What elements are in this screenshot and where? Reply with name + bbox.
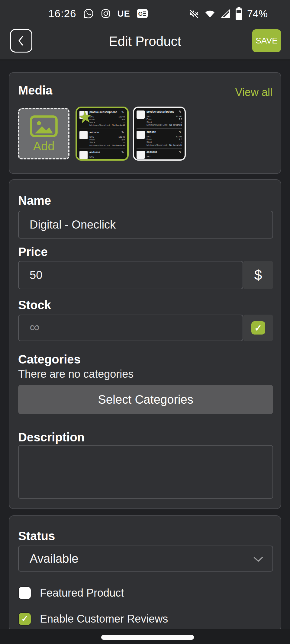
status-bar: 16:26 UE G <box>0 0 290 27</box>
enable-reviews-checkbox[interactable]: ✓ <box>19 613 31 625</box>
checkbox-checked: ✓ <box>251 321 265 335</box>
thumb-field: Minimum Stock LimitNo threshold <box>89 124 125 127</box>
thumb-field: SKU <box>147 155 182 158</box>
thumb-field: Stock-- <box>89 121 125 124</box>
status-bar-left: 16:26 UE G <box>48 0 148 27</box>
status-select[interactable]: Available <box>18 546 273 572</box>
edit-product-screen: 16:26 UE G <box>0 0 290 644</box>
status-bar-right: 74% <box>188 0 268 27</box>
thumb-image-placeholder <box>79 131 88 139</box>
select-categories-button[interactable]: Select Categories <box>18 385 273 414</box>
thumb-field: Minimum Stock LimitNo threshold <box>147 144 182 146</box>
save-button[interactable]: SAVE <box>252 29 281 52</box>
battery-icon <box>236 7 242 20</box>
top-bar: 16:26 UE G <box>0 0 290 60</box>
pencil-icon: ✎ <box>121 111 124 114</box>
pencil-icon: ✎ <box>179 130 182 134</box>
enable-reviews-label: Enable Customer Reviews <box>40 613 168 625</box>
thumb-field: Minimum Stock LimitNo threshold <box>147 123 182 126</box>
price-input[interactable] <box>18 261 243 289</box>
media-thumb-product-row: subscri✎SKU12345Price$ 0Stock--Minimum S… <box>137 130 182 147</box>
currency-button[interactable]: $ <box>243 261 273 289</box>
thumb-image-placeholder <box>137 131 145 139</box>
thumb-image-placeholder <box>137 151 145 159</box>
home-indicator[interactable] <box>101 635 194 640</box>
pencil-icon: ✎ <box>179 150 182 154</box>
thumb-field: Price$ 0 <box>147 118 182 120</box>
stock-label: Stock <box>18 298 51 312</box>
enable-reviews-row: ✓ Enable Customer Reviews <box>19 613 168 625</box>
clock: 16:26 <box>48 8 76 20</box>
carrier-label: UE <box>118 9 130 19</box>
status-selected-value: Available <box>30 552 79 566</box>
featured-product-row: ✓ Featured Product <box>19 587 124 599</box>
description-label: Description <box>18 431 85 444</box>
page-title: Edit Product <box>0 34 290 49</box>
dollar-icon: $ <box>254 267 262 283</box>
thumb-field: SKU <box>89 155 125 158</box>
categories-empty-text: There are no categories <box>18 368 134 380</box>
pencil-icon: ✎ <box>179 110 182 114</box>
thumb-field: Stock-- <box>89 141 125 144</box>
add-media-label: Add <box>33 139 54 153</box>
description-textarea[interactable] <box>18 445 273 499</box>
thumb-field: SKU12345 <box>89 136 125 138</box>
media-thumb-product-row: produc subscriptions✎SKU12345Price$ 0Sto… <box>137 110 182 127</box>
media-card: Media View all Add produc subscriptions✎… <box>9 72 281 174</box>
name-label: Name <box>18 194 51 207</box>
news-icon: G <box>137 9 148 18</box>
media-thumb-product-row: asdsass✎SKU <box>137 150 182 158</box>
bottom-nav-strip <box>0 629 290 644</box>
media-thumbnail[interactable]: produc subscriptions✎SKU12345Price$ 0Sto… <box>133 107 186 161</box>
stock-input[interactable] <box>18 315 243 341</box>
pencil-icon: ✎ <box>121 131 124 134</box>
thumb-field: SKU12345 <box>147 135 182 138</box>
thumb-field: SKU12345 <box>147 115 182 118</box>
thumb-field: Price$ 0 <box>89 118 125 121</box>
status-card: Status Available ✓ Featured Product ✓ En… <box>9 515 281 632</box>
price-label: Price <box>18 245 48 259</box>
featured-star-icon: ★ <box>77 108 94 127</box>
cellular-signal-icon <box>221 8 231 19</box>
battery-percent: 74% <box>247 8 268 20</box>
product-form-card: Name Price $ Stock ✓ Categories There ar… <box>9 179 281 509</box>
media-thumbnail-selected[interactable]: produc subscriptions✎SKU12345Price$ 0Sto… <box>76 107 129 161</box>
featured-product-checkbox[interactable]: ✓ <box>19 587 31 599</box>
whatsapp-icon <box>83 8 94 19</box>
thumb-image-placeholder <box>79 151 88 159</box>
image-icon <box>29 115 58 138</box>
thumb-field: Minimum Stock LimitNo threshold <box>89 144 125 147</box>
media-thumb-product-row: subscri✎SKU12345Price$ 0Stock--Minimum S… <box>79 131 125 147</box>
header: Edit Product SAVE <box>0 27 290 60</box>
sound-muted-icon <box>188 8 199 19</box>
status-label: Status <box>18 529 55 543</box>
media-thumbnail-content: produc subscriptions✎SKU12345Price$ 0Sto… <box>134 108 185 159</box>
chevron-down-icon <box>253 555 264 563</box>
unlimited-stock-toggle[interactable]: ✓ <box>243 315 273 341</box>
add-media-button[interactable]: Add <box>18 108 69 159</box>
featured-product-label: Featured Product <box>40 587 124 599</box>
pencil-icon: ✎ <box>121 151 124 154</box>
categories-label: Categories <box>18 353 81 366</box>
media-thumb-product-row: asdsass✎SKU <box>79 151 125 158</box>
check-icon: ✓ <box>21 615 28 623</box>
thumb-field: Price$ 0 <box>147 138 182 141</box>
media-section-title: Media <box>18 84 52 97</box>
thumb-field: Price$ 0 <box>89 138 125 141</box>
instagram-icon <box>101 8 111 19</box>
thumb-field: Stock-- <box>147 121 182 123</box>
thumb-image-placeholder <box>137 111 145 119</box>
name-input[interactable] <box>18 211 273 239</box>
view-all-link[interactable]: View all <box>235 86 272 99</box>
thumb-field: SKU12345 <box>89 115 125 118</box>
wifi-icon <box>204 8 216 19</box>
check-icon: ✓ <box>254 323 262 333</box>
thumb-field: Stock-- <box>147 141 182 143</box>
